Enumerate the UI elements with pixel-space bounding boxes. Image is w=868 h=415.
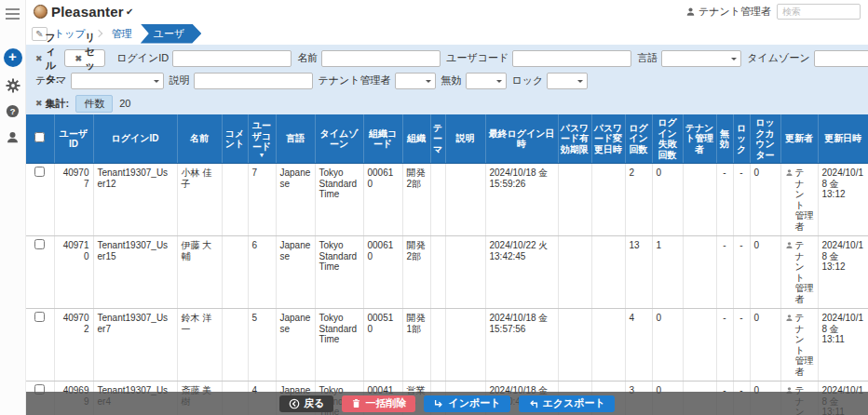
new-item-plus-icon[interactable]: + xyxy=(4,48,22,67)
column-header-language[interactable]: 言語 xyxy=(276,114,315,164)
column-label: パスワード変更日時 xyxy=(594,123,623,154)
filter-label-login-id: ログインID xyxy=(116,51,169,65)
count-chip[interactable]: 件数 xyxy=(75,95,113,113)
cell-updater: テナント管理者 xyxy=(780,164,818,236)
cell-time-zone: Tokyo Standard Time xyxy=(315,164,363,236)
column-header-comment[interactable]: コメント xyxy=(222,114,248,164)
column-label: 組織 xyxy=(407,133,426,143)
account-label: テナント管理者 xyxy=(698,5,771,19)
filter-input-description[interactable] xyxy=(194,73,313,89)
column-header-password-changed[interactable]: パスワード変更日時 xyxy=(591,114,625,164)
bulk-delete-button[interactable]: 一括削除 xyxy=(342,395,415,412)
column-header-description[interactable]: 説明 xyxy=(445,114,485,164)
cell-tenant-admin xyxy=(683,309,716,382)
select-all-checkbox[interactable] xyxy=(34,132,45,142)
cell-user-code: 7 xyxy=(248,164,276,236)
user-grid: ユーザIDログインID名前コメントユーザコード▼言語タイムゾーン組織コード組織テ… xyxy=(26,114,868,415)
logo-check-icon: ✔ xyxy=(126,7,133,17)
cell-organization: 開発1部 xyxy=(402,309,430,382)
filter-select-time-zone[interactable] xyxy=(814,50,868,67)
person-icon xyxy=(785,168,793,177)
reset-x-icon: ✖ xyxy=(75,54,82,63)
column-label: テナント管理者 xyxy=(685,123,714,154)
table-row[interactable]: 409702Tenant19307_User7鈴木 洋一5JapaneseTok… xyxy=(26,309,868,382)
row-checkbox[interactable] xyxy=(34,239,45,249)
table-row[interactable]: 409710Tenant19307_User15伊藤 大輔6JapaneseTo… xyxy=(26,236,868,309)
filter-panel: ✖ フィルタ: ✖ リセット ログインID名前ユーザコード言語タイムゾーン組織 … xyxy=(26,45,868,114)
cell-description xyxy=(445,164,485,236)
column-header-lock-counter[interactable]: ロックカウンター xyxy=(750,114,780,164)
column-header-updater[interactable]: 更新者 xyxy=(780,114,818,164)
cell-last-login-time: 2024/10/22 火 13:42:45 xyxy=(485,236,558,309)
column-header-disabled[interactable]: 無効 xyxy=(716,114,733,164)
count-value: 20 xyxy=(119,98,130,109)
cell-organization: 開発2部 xyxy=(402,164,430,236)
aggregate-section-toggle[interactable]: ✖ 集計: xyxy=(35,97,69,111)
breadcrumb-current: ユーザ xyxy=(141,24,202,44)
filter-select-tenant-admin[interactable] xyxy=(395,73,436,89)
sort-desc-icon: ▼ xyxy=(251,153,274,157)
column-header-lock[interactable]: ロック xyxy=(733,114,750,164)
column-header-updated-time[interactable]: 更新日時 xyxy=(818,114,868,164)
breadcrumb-admin-link[interactable]: 管理 xyxy=(112,27,132,41)
cell-lock: - xyxy=(733,236,750,309)
column-header-login-fail-count[interactable]: ログイン失敗回数 xyxy=(652,114,683,164)
column-label: 言語 xyxy=(286,133,305,143)
cell-time-zone: Tokyo Standard Time xyxy=(315,309,363,382)
import-button[interactable]: インポート xyxy=(424,395,509,412)
person-icon xyxy=(785,314,793,322)
column-header-password-expiry[interactable]: パスワード有効期限 xyxy=(558,114,591,164)
cell-language: Japanese xyxy=(276,164,315,236)
column-header-login-id[interactable]: ログインID xyxy=(93,114,177,164)
cell-login-id: Tenant19307_User15 xyxy=(93,236,177,309)
cell-comment xyxy=(222,164,248,236)
column-header-login-count[interactable]: ログイン回数 xyxy=(625,114,652,164)
person-icon xyxy=(785,241,793,249)
column-label: 更新日時 xyxy=(824,133,861,143)
settings-gear-icon[interactable] xyxy=(6,78,20,93)
column-label: 最終ログイン日時 xyxy=(489,128,555,150)
column-label: ログインID xyxy=(112,133,159,143)
row-checkbox[interactable] xyxy=(34,167,45,177)
help-question-icon[interactable]: ? xyxy=(6,104,20,119)
column-header-organization[interactable]: 組織 xyxy=(402,114,430,164)
filter-input-name[interactable] xyxy=(321,50,441,67)
cell-user-id: 409702 xyxy=(54,309,93,382)
cell-user-id: 409707 xyxy=(54,164,93,236)
filter-select-lock[interactable] xyxy=(547,73,588,89)
filter-input-user-code[interactable] xyxy=(512,50,631,67)
filter-reset-button[interactable]: ✖ リセット xyxy=(64,49,105,67)
column-header-user-id[interactable]: ユーザID xyxy=(54,114,93,164)
filter-select-theme[interactable] xyxy=(71,73,164,89)
cell-org-code: 000510 xyxy=(363,309,402,382)
row-checkbox[interactable] xyxy=(34,312,45,322)
column-header-user-code[interactable]: ユーザコード▼ xyxy=(248,114,276,164)
filter-label-tenant-admin: テナント管理者 xyxy=(319,74,391,87)
column-header-theme[interactable]: テーマ xyxy=(430,114,445,164)
filter-select-language[interactable] xyxy=(661,50,741,67)
cell-password-expiry xyxy=(558,164,591,236)
hamburger-menu-icon[interactable] xyxy=(6,6,20,22)
column-header-org-code[interactable]: 組織コード xyxy=(363,114,402,164)
column-header-last-login-time[interactable]: 最終ログイン日時 xyxy=(485,114,558,164)
cell-login-id: Tenant19307_User12 xyxy=(93,164,177,236)
cell-theme xyxy=(430,309,445,382)
column-label: ロック xyxy=(737,123,746,154)
app-logo[interactable]: Pleasanter ✔ xyxy=(34,4,133,20)
cell-login-count: 2 xyxy=(625,164,652,236)
export-button[interactable]: エクスポート xyxy=(519,395,615,412)
cell-disabled: - xyxy=(716,236,733,309)
search-input[interactable] xyxy=(777,4,861,20)
cell-theme xyxy=(430,236,445,309)
cell-last-login-time: 2024/10/18 金 15:59:26 xyxy=(485,164,558,236)
table-row[interactable]: 409707Tenant19307_User12小林 佳子7JapaneseTo… xyxy=(26,164,868,236)
user-account-icon[interactable] xyxy=(6,130,20,145)
cell-login-id: Tenant19307_User7 xyxy=(93,309,177,382)
column-header-time-zone[interactable]: タイムゾーン xyxy=(315,114,363,164)
column-header-tenant-admin[interactable]: テナント管理者 xyxy=(683,114,716,164)
column-header-name[interactable]: 名前 xyxy=(177,114,222,164)
back-button[interactable]: 戻る xyxy=(279,395,333,412)
filter-input-login-id[interactable] xyxy=(172,50,292,67)
filter-select-disabled[interactable] xyxy=(466,73,507,89)
account-menu[interactable]: テナント管理者 xyxy=(685,5,771,19)
